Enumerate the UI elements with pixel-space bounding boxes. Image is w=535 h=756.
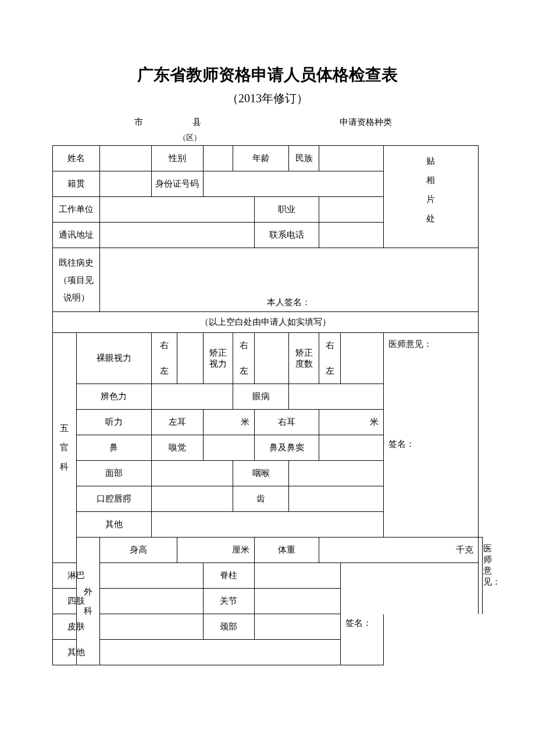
- throat-input[interactable]: [289, 461, 384, 486]
- neck-input[interactable]: [255, 614, 341, 640]
- corr-left-input[interactable]: [255, 359, 289, 384]
- id-number-label: 身份证号码: [151, 171, 203, 197]
- hearing-label: 听力: [76, 410, 151, 435]
- surgery-doctor-opinion[interactable]: 医师意见：: [478, 538, 483, 614]
- ethnicity-label: 民族: [289, 146, 319, 171]
- gender-input[interactable]: [203, 146, 233, 171]
- phone-label: 联系电话: [255, 223, 319, 248]
- history-input[interactable]: 本人签名：: [100, 248, 478, 312]
- oral-input[interactable]: [151, 486, 233, 512]
- right-ear-input[interactable]: 米: [319, 410, 384, 435]
- right-label: 右: [151, 333, 177, 359]
- height-input[interactable]: 厘米: [177, 538, 255, 563]
- five-sense-section: 五 官 科: [53, 333, 77, 563]
- work-unit-input[interactable]: [100, 197, 255, 223]
- photo-area: 贴 相 片 处: [383, 146, 478, 248]
- neck-label: 颈部: [203, 614, 255, 640]
- weight-input[interactable]: 千克: [319, 538, 478, 563]
- city-label: 市: [56, 117, 143, 128]
- qualification-type-label: 申请资格种类: [340, 117, 479, 128]
- surgery-other-input[interactable]: [100, 640, 341, 665]
- height-label: 身高: [100, 538, 177, 563]
- eye-disease-input[interactable]: [289, 384, 384, 410]
- color-label: 辨色力: [76, 384, 151, 410]
- page-title: 广东省教师资格申请人员体格检查表: [52, 64, 483, 86]
- surgery-signature[interactable]: 签名：: [341, 614, 384, 665]
- address-input[interactable]: [100, 223, 255, 248]
- left-ear-input[interactable]: 米: [203, 410, 255, 435]
- smell-input[interactable]: [203, 435, 255, 461]
- joints-label: 关节: [203, 589, 255, 614]
- teeth-label: 齿: [233, 486, 289, 512]
- nasal-label: 鼻及鼻窦: [255, 435, 319, 461]
- fill-note: （以上空白处由申请人如实填写）: [53, 312, 479, 333]
- five-sense-other-label: 其他: [76, 512, 151, 538]
- skin-label: 皮肤: [53, 614, 100, 640]
- corrected-vision-label: 矫正 视力: [203, 333, 233, 384]
- county-label: 县: [143, 117, 201, 128]
- weight-label: 体重: [255, 538, 319, 563]
- lymph-input[interactable]: [100, 563, 203, 589]
- throat-label: 咽喉: [233, 461, 289, 486]
- deg-left-input[interactable]: [341, 359, 384, 384]
- five-sense-signature[interactable]: 签名：: [383, 435, 478, 538]
- corrected-degree-label: 矫正 度数: [289, 333, 319, 384]
- deg-left-label: 左: [319, 359, 341, 384]
- skin-input[interactable]: [100, 614, 203, 640]
- left-ear-label: 左耳: [151, 410, 203, 435]
- surgery-other-label: 其他: [53, 640, 100, 665]
- work-unit-label: 工作单位: [53, 197, 100, 223]
- header-line: 市 县 申请资格种类: [52, 117, 483, 130]
- eye-disease-label: 眼病: [233, 384, 289, 410]
- naked-right-input[interactable]: [177, 333, 203, 359]
- corr-right-label: 右: [233, 333, 255, 359]
- smell-label: 嗅觉: [151, 435, 203, 461]
- five-sense-doctor-opinion[interactable]: 医师意见：: [383, 333, 478, 435]
- main-table: （区） 姓名 性别 年龄 民族 贴 相 片 处 籍贯 身份证号码 工作单位 职业: [52, 130, 483, 665]
- limbs-label: 四肢: [53, 589, 100, 614]
- naked-left-input[interactable]: [177, 359, 203, 384]
- limbs-input[interactable]: [100, 589, 203, 614]
- age-label: 年龄: [233, 146, 289, 171]
- district-label: （区）: [177, 130, 203, 146]
- address-label: 通讯地址: [53, 223, 100, 248]
- ethnicity-input[interactable]: [319, 146, 384, 171]
- lymph-label: 淋巴: [53, 563, 100, 589]
- right-ear-label: 右耳: [255, 410, 319, 435]
- corr-right-input[interactable]: [255, 333, 289, 359]
- gender-label: 性别: [151, 146, 203, 171]
- joints-input[interactable]: [255, 589, 341, 614]
- left-label: 左: [151, 359, 177, 384]
- face-label: 面部: [76, 461, 151, 486]
- id-number-input[interactable]: [203, 171, 383, 197]
- nasal-input[interactable]: [319, 435, 384, 461]
- phone-input[interactable]: [319, 223, 384, 248]
- naked-vision-label: 裸眼视力: [76, 333, 151, 384]
- deg-right-input[interactable]: [341, 333, 384, 359]
- teeth-input[interactable]: [289, 486, 384, 512]
- face-input[interactable]: [151, 461, 233, 486]
- nose-label: 鼻: [76, 435, 151, 461]
- occupation-input[interactable]: [319, 197, 384, 223]
- native-place-input[interactable]: [100, 171, 152, 197]
- spine-input[interactable]: [255, 563, 341, 589]
- color-input[interactable]: [151, 384, 233, 410]
- self-signature-label: 本人签名：: [267, 298, 311, 307]
- corr-left-label: 左: [233, 359, 255, 384]
- five-sense-other-input[interactable]: [151, 512, 383, 538]
- history-label: 既往病史 （项目见 说明）: [53, 248, 100, 312]
- occupation-label: 职业: [255, 197, 319, 223]
- spine-label: 脊柱: [203, 563, 255, 589]
- deg-right-label: 右: [319, 333, 341, 359]
- name-label: 姓名: [53, 146, 100, 171]
- page-subtitle: （2013年修订）: [52, 91, 483, 106]
- name-input[interactable]: [100, 146, 152, 171]
- native-place-label: 籍贯: [53, 171, 100, 197]
- oral-label: 口腔唇腭: [76, 486, 151, 512]
